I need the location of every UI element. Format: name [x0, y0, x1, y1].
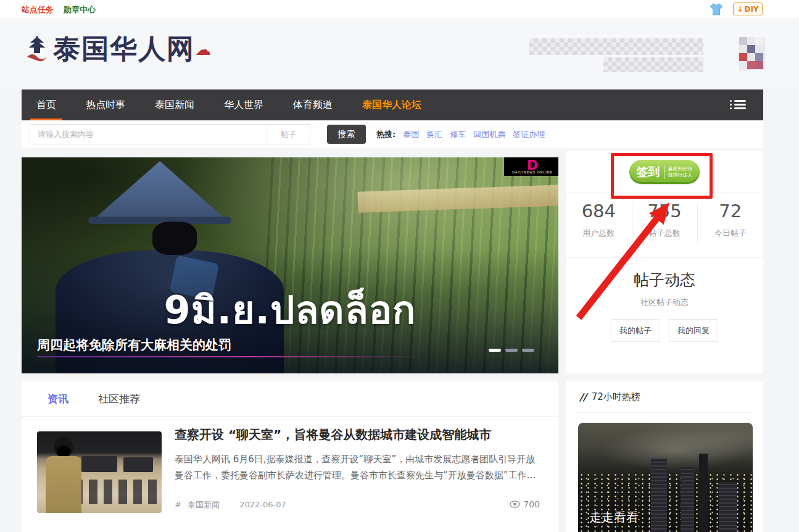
city-tower: [719, 482, 737, 532]
diy-arrow-icon: ↓: [737, 5, 743, 14]
censored-user-info-line1: [529, 38, 703, 55]
signin-label: 签到: [637, 164, 660, 180]
stat-value: 72: [697, 201, 763, 222]
signin-subtext: 赢签到积分 做排行达人: [668, 166, 693, 178]
hot-72h-image-caption: 走走看看: [589, 509, 639, 526]
carousel-caption[interactable]: 周四起将免除所有大麻相关的处罚: [37, 336, 231, 354]
stat-value: 684: [566, 201, 632, 222]
signin-button[interactable]: 签到 赢签到积分 做排行达人: [629, 160, 700, 184]
forum-stats: 684 用户总数 755 帖子总数 72 今日帖子: [566, 201, 763, 250]
feed-tabs: 资讯 社区推荐: [22, 381, 558, 417]
feed-card: 资讯 社区推荐 查察开设 “聊天室”，旨将曼谷从数据城市建设成智能城市 泰国华人…: [22, 381, 558, 532]
thumb-screen: [81, 456, 117, 472]
tab-news[interactable]: 资讯: [48, 392, 68, 406]
hot-72h-header: // 72小时热榜: [579, 391, 640, 403]
diy-label: DIY: [744, 5, 758, 14]
thumb-person: [46, 436, 81, 513]
site-logo[interactable]: 泰国华人网 ☁: [25, 31, 211, 67]
search-button[interactable]: 搜索: [327, 125, 366, 144]
censored-avatar[interactable]: [739, 37, 765, 70]
logo-text: 泰国华人网: [53, 31, 195, 67]
hot-72h-image[interactable]: 走走看看: [578, 423, 753, 532]
posts-panel-subtitle: 社区帖子动态: [566, 297, 763, 308]
stat-label: 帖子总数: [632, 228, 698, 239]
nav-item-chinese-world[interactable]: 华人世界: [209, 89, 278, 120]
article-title[interactable]: 查察开设 “聊天室”，旨将曼谷从数据城市建设成智能城市: [175, 426, 545, 443]
hot-link-repair[interactable]: 修车: [450, 129, 466, 140]
article-date: 2022-06-07: [239, 500, 286, 509]
eye-icon: [510, 501, 520, 508]
nav-label: 首页: [36, 99, 56, 112]
posts-panel-buttons: 我的帖子 我的回复: [566, 319, 763, 342]
stat-value: 755: [632, 201, 698, 222]
site-tasks-link[interactable]: 站点任务: [22, 4, 54, 15]
divider: [566, 257, 763, 258]
list-menu-icon[interactable]: [730, 98, 746, 112]
hot-search-label: 热搜:: [376, 129, 395, 140]
hot-link-tickets[interactable]: 回国机票: [473, 129, 505, 140]
hash-icon: #: [175, 500, 181, 509]
city-tower: [651, 459, 667, 532]
nav-label: 华人世界: [224, 99, 263, 112]
article-thumbnail[interactable]: [37, 431, 162, 513]
hot-link-visa[interactable]: 签证办理: [513, 129, 545, 140]
nav-item-thailand-news[interactable]: 泰国新闻: [140, 89, 209, 120]
main-nav: 首页 热点时事 泰国新闻 华人世界 体育频道 泰国华人论坛: [22, 89, 763, 120]
city-tower: [699, 454, 708, 532]
thumb-screen: [123, 457, 153, 472]
carousel-caption-underline: [37, 356, 426, 357]
search-row: 帖子 搜索 热搜: 泰国 换汇 修车 回国机票 签证办理: [22, 120, 763, 148]
diy-button[interactable]: ↓ DIY: [733, 2, 763, 15]
nav-item-home[interactable]: 首页: [22, 89, 71, 120]
article-excerpt: 泰国华人网讯 6月6日,据泰媒报道，查察开设“聊天室”，由城市发展志愿者团队引导…: [175, 451, 540, 483]
thumb-chairs: [74, 480, 162, 504]
article-tag[interactable]: 泰国新闻: [188, 500, 220, 509]
article-views: 700: [510, 499, 540, 509]
nav-item-hot-news[interactable]: 热点时事: [71, 89, 140, 120]
nav-label: 泰国新闻: [155, 99, 194, 112]
pagoda-icon: [25, 35, 49, 64]
site-header: 泰国华人网 ☁: [0, 19, 799, 89]
nav-label: 热点时事: [86, 99, 125, 112]
my-posts-button[interactable]: 我的帖子: [611, 319, 660, 342]
stat-label: 用户总数: [566, 228, 632, 239]
avatar-pixels: [739, 37, 747, 45]
article-meta: # 泰国新闻 2022-06-07 700: [175, 499, 540, 512]
nav-label: 体育频道: [293, 99, 333, 112]
stat-today-posts: 72 今日帖子: [697, 201, 763, 250]
slashes-icon: //: [579, 391, 587, 403]
carousel-dot-1[interactable]: [489, 349, 501, 352]
search-category-dropdown[interactable]: 帖子: [267, 125, 310, 144]
hot-search-row: 热搜: 泰国 换汇 修车 回国机票 签证办理: [376, 129, 545, 140]
hot-link-thailand[interactable]: 泰国: [403, 129, 419, 140]
carousel-headline: 9มิ.ย.ปลดล็อก: [22, 280, 558, 340]
signin-separator: [664, 165, 664, 179]
tshirt-icon[interactable]: [710, 3, 723, 15]
stat-total-users: 684 用户总数: [566, 201, 632, 250]
tab-community[interactable]: 社区推荐: [98, 392, 140, 406]
carousel-dot-2[interactable]: [505, 349, 518, 352]
city-tower: [681, 467, 694, 532]
carousel-dots: [489, 349, 534, 352]
signin-row: 签到 赢签到积分 做排行达人: [566, 151, 763, 193]
hot-72h-title: 72小时热榜: [592, 391, 640, 403]
hot-72h-card: // 72小时热榜 走走看看: [566, 381, 763, 532]
views-count: 700: [523, 499, 540, 509]
stat-total-posts: 755 帖子总数: [632, 201, 698, 250]
carousel-dot-3[interactable]: [522, 349, 534, 352]
my-replies-button[interactable]: 我的回复: [669, 319, 718, 342]
divider: [578, 412, 751, 413]
censored-user-info-line2: [603, 57, 703, 72]
nav-item-forum[interactable]: 泰国华人论坛: [347, 89, 436, 120]
sidebar-stats-card: 签到 赢签到积分 做排行达人 684 用户总数 755 帖子总数 72 今日帖子…: [566, 151, 763, 373]
hot-link-exchange[interactable]: 换汇: [426, 129, 442, 140]
stat-label: 今日帖子: [697, 228, 763, 239]
search-group: 帖子: [30, 124, 310, 144]
search-input[interactable]: [30, 125, 267, 144]
nav-label: 泰国华人论坛: [362, 99, 421, 112]
hero-carousel[interactable]: D DAILYNEWS ONLINE 9มิ.ย.ปลดล็อก 周四起将免除所…: [22, 157, 558, 373]
article-list-item[interactable]: 查察开设 “聊天室”，旨将曼谷从数据城市建设成智能城市 泰国华人网讯 6月6日,…: [22, 417, 558, 531]
medal-center-link[interactable]: 勋章中心: [64, 4, 96, 15]
nav-item-sports[interactable]: 体育频道: [278, 89, 347, 120]
topbar-links: 站点任务 勋章中心: [22, 4, 96, 15]
